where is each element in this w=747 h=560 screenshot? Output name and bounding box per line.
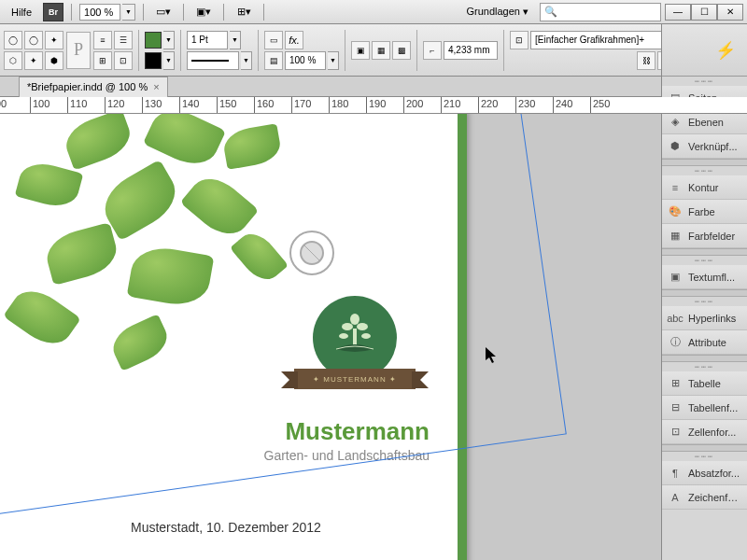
panel-icon: ◈ [668,115,683,130]
panel-grip[interactable]: ┅┅┅ [662,256,747,265]
panel-item[interactable]: abcHyperlinks [662,306,747,330]
close-tab-icon[interactable]: × [153,81,159,92]
panel-item[interactable]: ≡Kontur [662,175,747,200]
tool-icon[interactable]: ⬢ [45,51,63,70]
stroke-swatch[interactable] [145,52,162,69]
panel-label: Kontur [688,182,741,193]
panel-item[interactable]: AZeichenfo... [662,485,747,510]
stroke-weight-dropdown[interactable]: ▼ [230,31,241,49]
panel-separator [662,159,747,166]
panel-icon: A [668,490,683,505]
corner-field[interactable]: 4,233 mm [444,41,498,60]
panel-grip[interactable]: ┅┅┅ [662,362,747,371]
panel-icon: ⊞ [668,376,683,391]
opacity-field[interactable]: 100 % [285,51,326,70]
content-grabber-icon[interactable] [289,231,334,275]
panel-item[interactable]: ⓘAttribute [662,330,747,355]
ruler-tick: 160 [254,97,274,114]
chain-icon[interactable]: ⛓ [637,51,655,70]
panel-icon: ⊡ [668,425,683,440]
panel-item[interactable]: ⊞Tabelle [662,371,747,396]
ruler-tick: 140 [179,97,199,114]
date-line[interactable]: Musterstadt, 10. Dezember 2012 [131,520,321,535]
tool-icon[interactable]: ✦ [24,51,43,70]
zoom-dropdown[interactable]: ▼ [122,4,135,21]
panel-item[interactable]: ▣Textumfl... [662,265,747,289]
close-window-button[interactable]: ✕ [717,4,743,21]
tool-icon[interactable]: ☰ [114,31,133,49]
horizontal-ruler[interactable]: 9010011012013014015016017018019020021022… [0,97,747,114]
panel-grip[interactable]: ┅┅┅ [662,166,747,175]
logo[interactable]: ✦ MUSTERMANN ✦ [299,296,411,417]
page-accent-bar [458,114,467,560]
ruler-tick: 230 [515,97,535,114]
panel-label: Zellenfor... [688,427,741,438]
document-tab[interactable]: *Briefpapier.indd @ 100 % × [19,77,168,97]
panel-separator [662,248,747,256]
panel-grip[interactable]: ┅┅┅ [662,77,747,86]
ruler-tick: 220 [478,97,498,114]
fill-dropdown[interactable]: ▼ [163,31,175,49]
company-tagline: Garten- und Landschaftsbau [233,448,430,463]
screen-mode-button[interactable]: ▣▾ [191,2,216,22]
character-panel-icon[interactable]: P [66,32,91,69]
fx-icon[interactable]: fx. [285,31,303,49]
panel-item[interactable]: 🎨Farbe [662,200,747,224]
panel-item[interactable]: ▦Farbfelder [662,224,747,248]
panel-label: Ebenen [688,117,741,128]
tool-icon[interactable]: ⊡ [114,51,133,70]
panel-item[interactable]: ¶Absatzfor... [662,461,747,485]
tool-icon[interactable]: ◯ [24,31,43,49]
panel-label: Attribute [688,337,741,348]
tool-icon[interactable]: ◯ [4,31,22,49]
frame-icon[interactable]: ⊡ [510,31,529,49]
maximize-button[interactable]: ☐ [691,4,717,21]
effects-icon[interactable]: ▭ [264,31,283,49]
stroke-dropdown[interactable]: ▼ [163,51,175,70]
panel-label: Tabellenf... [688,402,741,413]
arrange-button[interactable]: ⊞▾ [232,2,256,22]
tool-icon[interactable]: ✦ [45,31,63,49]
bridge-button[interactable]: Br [43,3,63,21]
help-menu[interactable]: Hilfe [4,4,39,21]
search-field[interactable]: 🔍 [540,3,661,21]
svg-point-5 [361,333,371,339]
menu-bar: Hilfe Br ▼ ▭▾ ▣▾ ⊞▾ Grundlagen ▾ 🔍 — ☐ ✕ [0,0,747,24]
document-tab-label: *Briefpapier.indd @ 100 % [27,81,148,92]
tool-icon[interactable]: ⬡ [4,51,22,70]
panel-item[interactable]: ⬢Verknüpf... [662,134,747,159]
panel-icon: abc [668,311,683,326]
wrap-icon[interactable]: ▦ [372,41,390,60]
panel-icon: ⓘ [668,335,683,350]
panel-label: Absatzfor... [688,468,741,479]
document-tab-bar: *Briefpapier.indd @ 100 % × [0,77,747,97]
ruler-tick: 170 [291,97,311,114]
fill-swatch[interactable] [145,32,162,49]
document-page[interactable]: ✦ MUSTERMANN ✦ Mustermann Garten- und La… [0,114,467,560]
panel-grip[interactable]: ┅┅┅ [662,297,747,306]
workspace-switcher[interactable]: Grundlagen ▾ [458,3,536,21]
tool-icon[interactable]: ⊞ [93,51,112,70]
panel-icon: ▦ [668,229,683,244]
panel-label: Tabelle [688,378,741,389]
corner-icon[interactable]: ⌐ [423,41,442,60]
stroke-style[interactable] [187,51,239,70]
quick-apply-icon[interactable]: ⚡ [662,24,747,77]
tool-icon[interactable]: ≡ [93,31,112,49]
wrap-icon[interactable]: ▩ [392,41,411,60]
wrap-icon[interactable]: ▣ [351,41,370,60]
zoom-control[interactable]: ▼ [79,4,135,21]
panel-item[interactable]: ⊟Tabellenf... [662,396,747,420]
zoom-input[interactable] [79,4,120,21]
heading-block[interactable]: Mustermann Garten- und Landschaftsbau [233,417,430,463]
stroke-weight[interactable]: 1 Pt [187,31,228,49]
svg-point-2 [357,323,368,330]
minimize-button[interactable]: — [665,4,691,21]
object-style[interactable]: [Einfacher Grafikrahmen]+ [530,31,663,49]
panel-item[interactable]: ⊡Zellenfor... [662,420,747,444]
view-options-button[interactable]: ▭▾ [151,2,176,22]
ruler-tick: 250 [590,97,610,114]
panel-grip[interactable]: ┅┅┅ [662,452,747,461]
opacity-icon[interactable]: ▤ [264,51,283,70]
canvas[interactable]: ✦ MUSTERMANN ✦ Mustermann Garten- und La… [0,114,661,560]
